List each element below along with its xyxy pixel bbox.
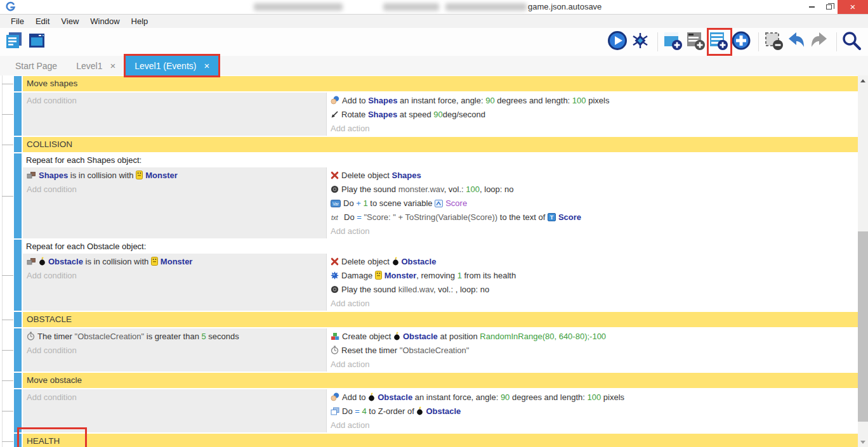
event-text: Damage	[341, 271, 375, 280]
event-text: Add action	[331, 226, 369, 236]
actions-panel[interactable]: Add to Shapes an instant force, angle: 9…	[326, 93, 858, 136]
menu-help[interactable]: Help	[126, 15, 154, 28]
action-row[interactable]: Delete object Shapes	[327, 169, 858, 183]
conditions-panel[interactable]: Shapes is in collision with MonsterAdd c…	[23, 167, 326, 238]
tab-level1-events[interactable]: Level1 (Events)×	[126, 56, 218, 75]
close-button[interactable]: ×	[838, 0, 868, 14]
scrollbar-thumb[interactable]	[858, 231, 868, 422]
undo-button[interactable]	[787, 31, 808, 53]
condition-row[interactable]: The timer "ObstacleCreation" is greater …	[23, 330, 326, 344]
conditions-panel[interactable]: The timer "ObstacleCreation" is greater …	[23, 328, 326, 372]
remove-event-button[interactable]	[764, 31, 786, 53]
event-text: 1	[457, 271, 462, 280]
menu-edit[interactable]: Edit	[30, 15, 55, 28]
move-shapes-group-header[interactable]: Move shapes	[23, 76, 858, 91]
event-foreach-header[interactable]: Repeat for each Obstacle object:	[23, 240, 858, 254]
scroll-up-icon[interactable]	[858, 75, 868, 86]
action-row[interactable]: Add to Shapes an instant force, angle: 9…	[327, 94, 858, 108]
event-selection-strip[interactable]	[14, 389, 22, 432]
event-selection-strip[interactable]	[14, 137, 22, 152]
vertical-scrollbar[interactable]	[858, 75, 868, 447]
health-group-header[interactable]: HEALTH	[23, 434, 858, 447]
add-condition-button[interactable]: Add condition	[23, 344, 326, 358]
event-text: Do	[344, 212, 357, 222]
menu-file[interactable]: File	[5, 15, 30, 28]
actions-panel[interactable]: Create object Obstacle at position Rando…	[326, 328, 858, 372]
action-row[interactable]: Rotate Shapes at speed 90deg/second	[327, 108, 858, 122]
add-condition-button[interactable]: Add condition	[23, 94, 326, 108]
event-block-row: COLLISION	[0, 137, 858, 152]
event-text: is greater than	[144, 332, 201, 341]
tab-start-page[interactable]: Start Page	[6, 56, 66, 75]
redo-button[interactable]	[810, 31, 831, 53]
event-text: 100	[588, 392, 602, 402]
event-text: , removing	[416, 271, 457, 280]
add-action-button[interactable]: Add action	[327, 358, 858, 372]
action-row[interactable]: txtDo = "Score: " + ToString(Variable(Sc…	[327, 211, 858, 224]
add-sub-event-icon	[730, 30, 752, 54]
tab-label: Start Page	[15, 61, 57, 71]
action-row[interactable]: Create object Obstacle at position Rando…	[327, 330, 858, 344]
event-selection-strip[interactable]	[14, 76, 22, 91]
action-row[interactable]: Play the sound killed.wav, vol.: , loop:…	[327, 283, 858, 297]
action-row[interactable]: VarDo + 1 to scene variable Score	[327, 197, 858, 211]
event-text: 100	[572, 96, 586, 105]
condition-row[interactable]: Obstacle is in collision with Monster	[23, 255, 326, 269]
move-obstacle-group-header[interactable]: Move obstacle	[23, 373, 858, 388]
restore-button[interactable]	[820, 0, 838, 14]
menu-view[interactable]: View	[55, 15, 84, 28]
project-manager-button[interactable]	[4, 31, 26, 53]
add-condition-button[interactable]: Add condition	[23, 269, 326, 283]
event-body: Add conditionAdd to Shapes an instant fo…	[23, 93, 858, 136]
add-standard-event-button[interactable]	[709, 31, 730, 53]
event-selection-strip[interactable]	[14, 240, 22, 311]
action-row[interactable]: Do = 4 to Z-order of Obstacle	[327, 405, 858, 418]
event-selection-strip[interactable]	[14, 328, 22, 372]
actions-panel[interactable]: Delete object ObstacleDamage Monster, re…	[326, 254, 858, 311]
event-selection-strip[interactable]	[14, 434, 22, 447]
event-selection-strip[interactable]	[14, 312, 22, 327]
actions-panel[interactable]: Add to Obstacle an instant force, angle:…	[326, 389, 858, 432]
action-row[interactable]: Add to Obstacle an instant force, angle:…	[327, 391, 858, 405]
add-comment-button[interactable]	[686, 31, 707, 53]
debug-button[interactable]	[631, 31, 652, 53]
collision-group-header[interactable]: COLLISION	[23, 137, 858, 152]
tab-close-button[interactable]: ×	[204, 60, 209, 71]
event-selection-strip[interactable]	[14, 153, 22, 238]
conditions-panel[interactable]: Add condition	[23, 93, 326, 136]
actions-panel[interactable]: Delete object ShapesPlay the sound monst…	[326, 167, 858, 238]
add-action-button[interactable]: Add action	[327, 224, 858, 238]
add-condition-button[interactable]: Add condition	[23, 391, 326, 405]
tab-close-button[interactable]: ×	[110, 60, 115, 71]
conditions-panel[interactable]: Add condition	[23, 389, 326, 432]
action-row[interactable]: Delete object Obstacle	[327, 255, 858, 269]
add-action-button[interactable]: Add action	[327, 122, 858, 136]
action-row[interactable]: Play the sound monster.wav, vol.: 100, l…	[327, 183, 858, 197]
add-sub-event-button[interactable]	[732, 31, 753, 53]
event-foreach-header[interactable]: Repeat for each Shapes object:	[23, 153, 858, 167]
conditions-panel[interactable]: Obstacle is in collision with MonsterAdd…	[23, 254, 326, 311]
search-button[interactable]	[842, 31, 864, 53]
action-row[interactable]: Reset the timer "ObstacleCreation"	[327, 344, 858, 358]
add-action-button[interactable]: Add action	[327, 418, 858, 432]
tab-level1[interactable]: Level1×	[67, 56, 124, 75]
scene-editor-button[interactable]	[27, 31, 49, 53]
condition-row[interactable]: Shapes is in collision with Monster	[23, 169, 326, 183]
event-text: Add to	[342, 392, 368, 402]
event-selection-strip[interactable]	[14, 373, 22, 388]
event-text: 100	[466, 185, 480, 194]
add-condition-button[interactable]: Add condition	[23, 183, 326, 197]
event-selection-strip[interactable]	[14, 93, 22, 136]
preview-button[interactable]	[608, 31, 629, 53]
add-event-button[interactable]	[663, 31, 685, 53]
action-row[interactable]: Damage Monster, removing 1 from its heal…	[327, 269, 858, 283]
minimize-button[interactable]	[803, 0, 820, 14]
menu-window[interactable]: Window	[84, 15, 125, 28]
add-action-button[interactable]: Add action	[327, 297, 858, 311]
scroll-down-icon[interactable]	[858, 437, 868, 447]
toolbar-separator	[758, 32, 759, 51]
obstacle-group-header[interactable]: OBSTACLE	[23, 312, 858, 327]
event-block-content: Move obstacle	[23, 373, 858, 388]
scene-editor-icon	[27, 31, 46, 53]
event-block-row: HEALTH	[0, 434, 858, 447]
